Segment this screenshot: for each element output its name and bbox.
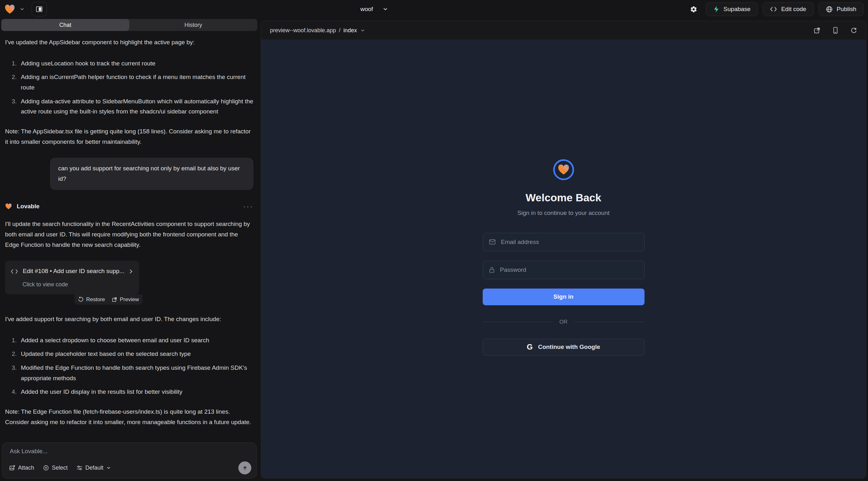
email-field-wrapper <box>483 233 645 251</box>
chat-message-list[interactable]: I've updated the AppSidebar component to… <box>0 31 258 439</box>
supabase-bolt-icon <box>713 6 719 13</box>
restore-button[interactable]: Restore <box>78 295 105 304</box>
restore-icon <box>78 297 84 302</box>
target-icon <box>43 465 49 471</box>
preview-url[interactable]: preview--woof.lovable.app <box>270 27 336 34</box>
lovable-heart-icon <box>5 203 12 210</box>
brand[interactable] <box>4 4 25 14</box>
preview-button-label: Preview <box>120 295 139 304</box>
password-field-wrapper <box>483 261 645 279</box>
assistant-message-note: Note: The AppSidebar.tsx file is getting… <box>5 126 253 147</box>
lock-icon <box>489 267 495 273</box>
assistant-message-text: I've updated the AppSidebar component to… <box>5 37 253 48</box>
preview-page-name[interactable]: index <box>343 27 357 34</box>
path-separator: / <box>339 27 340 34</box>
chat-composer[interactable]: Attach Select <box>2 443 257 478</box>
assistant-message-text: I've added support for searching by both… <box>5 314 253 325</box>
page-chevron-down-icon[interactable] <box>360 28 365 33</box>
app-heart-icon <box>558 164 569 175</box>
app-logo <box>553 159 574 180</box>
edit-code-button-label: Edit code <box>781 6 806 13</box>
tab-history-label: History <box>184 22 202 28</box>
preview-app-viewport: Welcome Back Sign in to continue to your… <box>261 39 866 478</box>
brand-chevron-down-icon <box>20 7 25 12</box>
chat-input[interactable] <box>10 448 249 460</box>
assistant-header: Lovable ··· <box>5 201 253 212</box>
or-divider: OR <box>483 319 645 325</box>
user-message-text: can you add support for searching not on… <box>58 165 240 182</box>
edit-version-card[interactable]: Edit #108 • Add user ID search supp... C… <box>5 261 139 294</box>
attach-image-icon <box>9 465 15 471</box>
list-item: Added the user ID display in the results… <box>18 387 253 397</box>
publish-button[interactable]: Publish <box>819 2 864 16</box>
list-item: Added a select dropdown to choose betwee… <box>18 335 253 346</box>
list-item: Modified the Edge Function to handle bot… <box>18 363 253 383</box>
sliders-icon <box>76 465 83 471</box>
edit-card-subtitle: Click to view code <box>23 280 133 289</box>
project-chevron-down-icon <box>382 6 388 12</box>
restore-button-label: Restore <box>86 295 105 304</box>
arrow-up-icon <box>242 465 248 471</box>
edit-card-actions: Restore Preview <box>74 294 143 304</box>
supabase-button[interactable]: Supabase <box>706 2 758 16</box>
preview-panel: preview--woof.lovable.app / index <box>261 21 866 478</box>
assistant-message-text: I'll update the search functionality in … <box>5 219 253 250</box>
chevron-right-icon <box>129 269 133 274</box>
login-card: Welcome Back Sign in to continue to your… <box>483 159 645 356</box>
divider-label: OR <box>559 319 568 325</box>
list-item: Adding data-active attribute to SidebarM… <box>18 96 253 117</box>
assistant-message-note: Note: The Edge Function file (fetch-fire… <box>5 407 253 427</box>
open-preview-icon <box>112 297 117 302</box>
tab-history[interactable]: History <box>129 19 257 31</box>
assistant-name: Lovable <box>17 201 39 212</box>
edit-card-title: Edit #108 • Add user ID search supp... <box>23 266 124 277</box>
preview-url-bar: preview--woof.lovable.app / index <box>261 21 866 39</box>
sign-in-button[interactable]: Sign in <box>483 289 645 305</box>
tab-chat-label: Chat <box>59 22 71 28</box>
email-field[interactable] <box>500 238 638 246</box>
divider-line <box>483 322 553 322</box>
code-brackets-icon <box>770 6 777 12</box>
page-title: Welcome Back <box>526 192 601 204</box>
refresh-icon[interactable] <box>850 27 857 33</box>
tab-chat[interactable]: Chat <box>1 19 129 31</box>
code-icon <box>11 269 18 274</box>
select-button-label: Select <box>52 464 68 471</box>
open-in-new-tab-icon[interactable] <box>814 27 820 34</box>
topbar: woof Supabase <box>0 0 868 18</box>
attach-button[interactable]: Attach <box>9 464 34 471</box>
mobile-view-icon[interactable] <box>833 27 838 34</box>
edit-code-button[interactable]: Edit code <box>763 2 813 16</box>
publish-button-label: Publish <box>837 6 856 13</box>
envelope-icon <box>489 239 496 245</box>
assistant-message-list: Added a select dropdown to choose betwee… <box>5 335 253 397</box>
mode-selector-label: Default <box>85 464 103 471</box>
project-name: woof <box>360 6 373 13</box>
lovable-heart-logo-icon <box>4 4 15 14</box>
mode-selector[interactable]: Default <box>76 464 111 471</box>
chat-history-tabs: Chat History <box>1 19 257 31</box>
mode-chevron-down-icon <box>106 466 111 470</box>
list-item: Adding an isCurrentPath helper function … <box>18 72 253 93</box>
attach-button-label: Attach <box>18 464 34 471</box>
password-field[interactable] <box>499 266 638 274</box>
project-switcher[interactable]: woof <box>360 0 388 18</box>
composer-toolbar: Attach Select <box>9 461 251 474</box>
google-g-icon: G <box>527 343 533 351</box>
select-element-button[interactable]: Select <box>43 464 68 471</box>
message-menu-button[interactable]: ··· <box>243 202 253 210</box>
google-button-label: Continue with Google <box>538 344 600 351</box>
user-message-bubble: can you add support for searching not on… <box>50 158 253 190</box>
settings-button[interactable] <box>687 2 701 16</box>
assistant-message-list: Adding useLocation hook to track the cur… <box>5 59 253 117</box>
assistant-message-text: You can now search for users by either t… <box>5 438 253 439</box>
chat-panel: Chat History I've updated the AppSidebar… <box>0 18 258 481</box>
preview-button[interactable]: Preview <box>112 295 139 304</box>
sidebar-toggle-button[interactable] <box>32 2 47 17</box>
panel-layout-icon <box>36 6 43 13</box>
google-sign-in-button[interactable]: G Continue with Google <box>483 339 645 356</box>
supabase-button-label: Supabase <box>723 6 751 13</box>
send-button[interactable] <box>238 461 251 474</box>
list-item: Adding useLocation hook to track the cur… <box>18 59 253 69</box>
gear-icon <box>690 6 697 13</box>
